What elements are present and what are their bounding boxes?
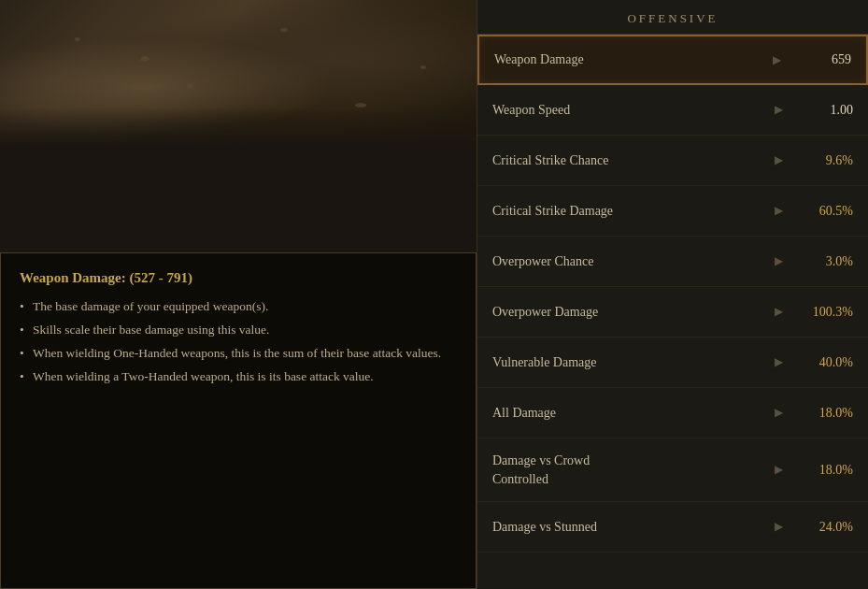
stat-name-overpower-chance: Overpower Chance bbox=[492, 254, 765, 269]
tooltip-panel: Weapon Damage: (527 - 791) The base dama… bbox=[0, 252, 477, 589]
arrow-icon-crit-damage: ▶ bbox=[775, 204, 783, 218]
stat-row-weapon-damage[interactable]: Weapon Damage ▶ 659 bbox=[477, 35, 868, 85]
arrow-icon-overpower-damage: ▶ bbox=[775, 305, 783, 319]
stat-name-overpower-damage: Overpower Damage bbox=[492, 305, 765, 320]
stat-name-crit-damage: Critical Strike Damage bbox=[492, 204, 765, 219]
stat-row-weapon-speed[interactable]: Weapon Speed ▶ 1.00 bbox=[477, 85, 868, 136]
arrow-icon-crit-chance: ▶ bbox=[775, 153, 783, 167]
stat-row-overpower-chance[interactable]: Overpower Chance ▶ 3.0% bbox=[477, 237, 868, 287]
left-panel: Weapon Damage: (527 - 791) The base dama… bbox=[0, 0, 477, 589]
arrow-icon-damage-vs-cc: ▶ bbox=[775, 463, 783, 477]
arrow-icon-all-damage: ▶ bbox=[775, 406, 783, 420]
stat-row-vulnerable-damage[interactable]: Vulnerable Damage ▶ 40.0% bbox=[477, 338, 868, 388]
tooltip-bullet-3: When wielding One-Handed weapons, this i… bbox=[20, 344, 457, 364]
stat-row-crit-chance[interactable]: Critical Strike Chance ▶ 9.6% bbox=[477, 136, 868, 186]
stat-name-weapon-damage: Weapon Damage bbox=[494, 52, 763, 67]
arrow-icon-weapon-damage: ▶ bbox=[773, 53, 781, 67]
tooltip-bullet-4: When wielding a Two-Handed weapon, this … bbox=[20, 367, 457, 387]
stat-value-overpower-chance: 3.0% bbox=[792, 254, 853, 269]
stat-value-damage-vs-cc: 18.0% bbox=[792, 463, 853, 478]
stat-row-damage-vs-stunned[interactable]: Damage vs Stunned ▶ 24.0% bbox=[477, 502, 868, 553]
stat-value-damage-vs-stunned: 24.0% bbox=[792, 520, 853, 535]
stat-value-crit-chance: 9.6% bbox=[792, 153, 853, 168]
stat-name-weapon-speed: Weapon Speed bbox=[492, 103, 765, 118]
tooltip-bullet-1: The base damage of your equipped weapon(… bbox=[20, 297, 457, 317]
stat-name-vulnerable-damage: Vulnerable Damage bbox=[492, 355, 765, 370]
stat-row-crit-damage[interactable]: Critical Strike Damage ▶ 60.5% bbox=[477, 186, 868, 237]
stat-row-all-damage[interactable]: All Damage ▶ 18.0% bbox=[477, 388, 868, 438]
tooltip-title: Weapon Damage: (527 - 791) bbox=[20, 270, 457, 286]
arrow-icon-weapon-speed: ▶ bbox=[775, 103, 783, 117]
stat-value-all-damage: 18.0% bbox=[792, 406, 853, 421]
stat-row-damage-vs-cc[interactable]: Damage vs CrowdControlled ▶ 18.0% bbox=[477, 438, 868, 502]
right-panel: OFFENSIVE Weapon Damage ▶ 659 Weapon Spe… bbox=[477, 0, 868, 589]
section-title: OFFENSIVE bbox=[477, 0, 868, 35]
stat-value-weapon-damage: 659 bbox=[790, 52, 851, 67]
stat-name-crit-chance: Critical Strike Chance bbox=[492, 153, 765, 168]
stat-name-damage-vs-stunned: Damage vs Stunned bbox=[492, 520, 765, 535]
arrow-icon-damage-vs-stunned: ▶ bbox=[775, 520, 783, 534]
stat-row-overpower-damage[interactable]: Overpower Damage ▶ 100.3% bbox=[477, 287, 868, 338]
background-image bbox=[0, 0, 477, 145]
stat-value-vulnerable-damage: 40.0% bbox=[792, 355, 853, 370]
stat-name-damage-vs-cc: Damage vs CrowdControlled bbox=[492, 452, 765, 488]
arrow-icon-overpower-chance: ▶ bbox=[775, 254, 783, 268]
stat-value-overpower-damage: 100.3% bbox=[792, 305, 853, 320]
tooltip-bullet-2: Skills scale their base damage using thi… bbox=[20, 321, 457, 340]
arrow-icon-vulnerable-damage: ▶ bbox=[775, 355, 783, 369]
stat-name-all-damage: All Damage bbox=[492, 406, 765, 421]
stat-value-crit-damage: 60.5% bbox=[792, 204, 853, 219]
stat-value-weapon-speed: 1.00 bbox=[792, 103, 853, 118]
